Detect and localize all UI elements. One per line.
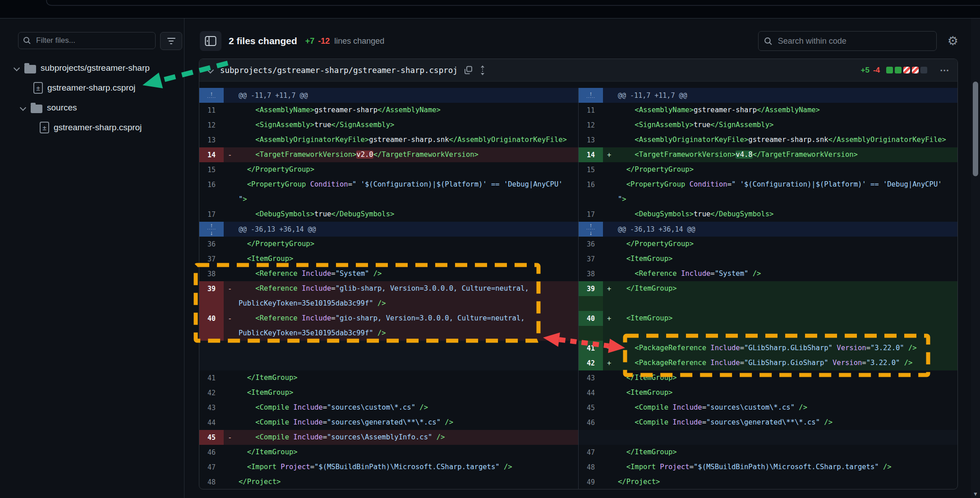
modified-file-icon: ±: [40, 122, 49, 133]
code-line: <DebugSymbols>true</DebugSymbols>: [618, 207, 957, 222]
code-line: <SignAssembly>true</SignAssembly>: [239, 118, 578, 132]
diff-code-row: 46 </ItemGroup>: [199, 445, 578, 460]
code-line: <ItemGroup>: [239, 251, 578, 266]
code-line: <ItemGroup>: [239, 385, 578, 400]
tree-item-sources[interactable]: sources: [0, 98, 184, 118]
diff-marker: +: [603, 281, 618, 296]
file-filter-button[interactable]: [160, 32, 182, 50]
code-line: </ItemGroup>: [618, 445, 957, 460]
code-line: <TargetFrameworkVersion>v2.0</TargetFram…: [239, 147, 578, 162]
diff-marker: [224, 415, 239, 430]
expand-hunk-button[interactable]: ↑·····: [199, 88, 224, 103]
diff-marker: [224, 237, 239, 251]
diffstat-block-removed-striped: [912, 67, 919, 73]
file-diff-header: subprojects/gstreamer-sharp/gstreamer-sh…: [199, 59, 957, 82]
diff-marker: [603, 370, 618, 385]
line-number: 46: [579, 415, 603, 430]
line-number: 47: [199, 460, 224, 475]
line-number: 44: [579, 385, 603, 400]
files-changed-title: 2 files changed: [229, 36, 297, 46]
diff-marker: [603, 177, 618, 192]
hunk-header-row: ↑·····@@ -11,7 +11,7 @@: [199, 88, 578, 103]
line-number: 40: [579, 311, 603, 326]
settings-gear-icon[interactable]: ⚙: [948, 35, 958, 47]
folder-icon: [31, 105, 42, 113]
expand-hunk-button[interactable]: ↑·····↓: [579, 222, 603, 237]
code-line: PublicKeyToken=35e10195dab3c99f" />: [239, 296, 578, 311]
diff-marker: [603, 475, 618, 489]
diff-code-row: 11 <AssemblyName>gstreamer-sharp</Assemb…: [579, 103, 957, 118]
diff-marker: [603, 118, 618, 132]
code-line: <TargetFrameworkVersion>v4.8</TargetFram…: [618, 147, 957, 162]
line-number: 17: [579, 207, 603, 222]
vertical-scrollbar[interactable]: ▼: [971, 18, 980, 498]
line-number: 37: [579, 251, 603, 266]
expand-hunk-button[interactable]: ↑·····↓: [199, 222, 224, 237]
line-number: [199, 326, 224, 341]
filter-files-input[interactable]: [35, 36, 151, 46]
diff-code-row: 37 <ItemGroup>: [579, 251, 957, 266]
diff-marker: [603, 162, 618, 177]
toggle-file-tree-button[interactable]: [200, 31, 221, 51]
search-within-code-input[interactable]: [777, 36, 931, 46]
diff-code-row: 13 <AssemblyOriginatorKeyFile>gstreamer-…: [579, 132, 957, 147]
code-line: <AssemblyOriginatorKeyFile>gstreamer-sha…: [239, 132, 578, 147]
diffstat-block-neutral: [920, 67, 927, 73]
diff-code-row: 45- <Compile Include="sources\AssemblyIn…: [199, 430, 578, 445]
code-line: <Compile Include="sources\custom\*.cs" /…: [618, 400, 957, 415]
code-line: <ItemGroup>: [618, 251, 957, 266]
tree-item-gstreamer-sharp-csproj[interactable]: ±gstreamer-sharp.csproj: [0, 78, 184, 98]
code-line: <PropertyGroup Condition=" '$(Configurat…: [239, 177, 578, 192]
code-line: <Import Project="$(MSBuildBinPath)\Micro…: [239, 460, 578, 475]
line-number: [199, 192, 224, 207]
copy-path-icon[interactable]: [464, 66, 473, 74]
expand-hunk-button[interactable]: ↑·····: [579, 88, 603, 103]
diff-marker: [224, 118, 239, 132]
code-line: <Reference Include="gio-sharp, Version=3…: [239, 311, 578, 326]
search-icon: [764, 37, 773, 46]
diff-marker: [603, 251, 618, 266]
search-icon: [23, 37, 31, 45]
diff-toolbar: 2 files changed +7 -12 lines changed ⚙: [200, 30, 972, 52]
tree-item-gstreamer-sharp-csproj[interactable]: ±gstreamer-sharp.csproj: [0, 118, 184, 137]
scrollbar-down-arrow-icon[interactable]: ▼: [971, 491, 980, 497]
total-additions: +7: [305, 37, 315, 46]
code-line: <Compile Include="sources\generated\**\*…: [618, 415, 957, 430]
diff-code-row: 38 <Reference Include="System" />: [579, 266, 957, 281]
filter-icon: [167, 38, 175, 39]
line-number: 40: [199, 311, 224, 326]
diff-code-row: 17 <DebugSymbols>true</DebugSymbols>: [199, 207, 578, 222]
line-number: 14: [199, 147, 224, 162]
code-line: <Reference Include="glib-sharp, Version=…: [239, 281, 578, 296]
diff-marker: [603, 445, 618, 460]
diff-code-row: 47 <Import Project="$(MSBuildBinPath)\Mi…: [199, 460, 578, 475]
tree-item-subprojects-gstreamer-sharp[interactable]: subprojects/gstreamer-sharp: [0, 58, 184, 78]
diff-code-row: 44 <ItemGroup>: [579, 385, 957, 400]
diff-code-row: 17 <DebugSymbols>true</DebugSymbols>: [579, 207, 957, 222]
diff-code-row: ">: [579, 192, 957, 207]
line-number: 12: [579, 118, 603, 132]
diff-spacer-row: [199, 356, 578, 370]
line-number: 47: [579, 445, 603, 460]
hunk-header-row: ↑·····@@ -11,7 +11,7 @@: [579, 88, 957, 103]
diff-marker: -: [224, 430, 239, 445]
scrollbar-thumb[interactable]: [973, 82, 978, 176]
diff-code-row: 12 <SignAssembly>true</SignAssembly>: [199, 118, 578, 132]
diff-code-row: 41 </ItemGroup>: [199, 370, 578, 385]
diff-code-row: 47 </ItemGroup>: [579, 445, 957, 460]
code-line: <Reference Include="System" />: [618, 266, 957, 281]
diff-code-row: 16 <PropertyGroup Condition=" '$(Configu…: [579, 177, 957, 192]
diff-marker: [603, 266, 618, 281]
code-line: <Compile Include="sources\custom\*.cs" /…: [239, 400, 578, 415]
code-line: <ItemGroup>: [618, 385, 957, 400]
total-deletions: -12: [318, 37, 330, 46]
diff-code-row: 48</Project>: [199, 475, 578, 489]
line-number: 42: [579, 356, 603, 370]
file-options-kebab-icon[interactable]: ⋯: [940, 65, 950, 76]
expand-diff-icon[interactable]: [479, 65, 486, 76]
diff-marker: +: [603, 311, 618, 326]
diff-pane-new: ↑·····@@ -11,7 +11,7 @@11 <AssemblyName>…: [579, 88, 957, 489]
line-number: 15: [199, 162, 224, 177]
collapse-file-chevron-icon[interactable]: [207, 67, 214, 74]
line-number: 12: [199, 118, 224, 132]
